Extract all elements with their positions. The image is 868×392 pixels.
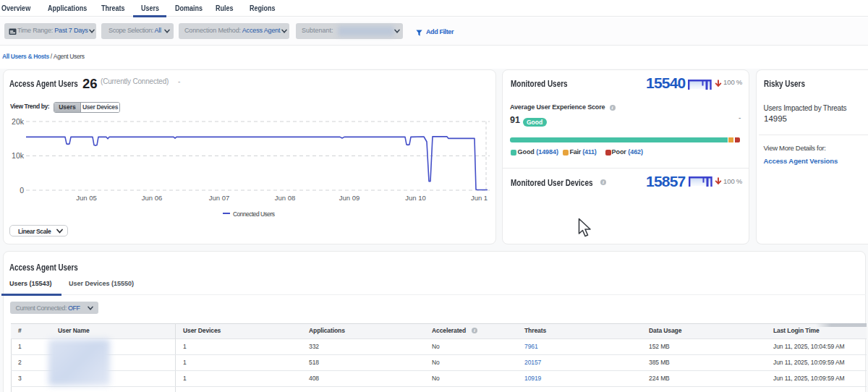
svg-text:Jun 08: Jun 08 (275, 194, 296, 202)
svg-text:Jun 1: Jun 1 (471, 194, 488, 202)
svg-text:Jun 10: Jun 10 (405, 194, 426, 202)
svg-text:10k: 10k (12, 151, 25, 160)
svg-text:Jun 09: Jun 09 (339, 194, 360, 202)
svg-text:20k: 20k (12, 117, 25, 126)
svg-text:Jun 07: Jun 07 (209, 194, 230, 202)
svg-text:Jun 06: Jun 06 (142, 194, 163, 202)
svg-text:0: 0 (20, 186, 24, 195)
svg-text:Jun 05: Jun 05 (76, 194, 97, 202)
svg-text:Connected Users: Connected Users (233, 210, 275, 218)
